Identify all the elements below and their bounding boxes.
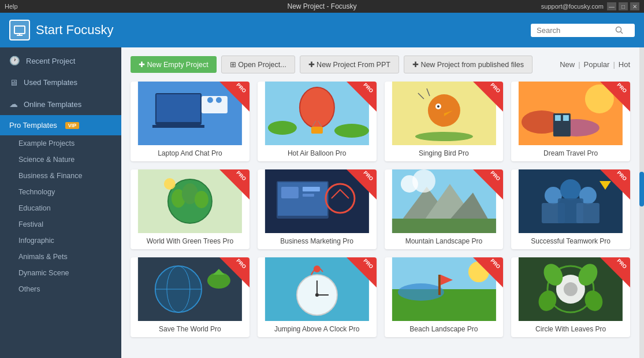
online-icon: ☁ <box>9 99 18 109</box>
sidebar-sub-technology[interactable]: Technology <box>0 184 121 200</box>
svg-point-23 <box>437 105 439 108</box>
pro-badge <box>347 257 377 287</box>
template-thumbnail <box>511 257 630 321</box>
template-card-9[interactable]: Save The World Pro <box>131 257 250 337</box>
new-from-published-button[interactable]: ✚ New Project from published files <box>404 56 533 73</box>
svg-point-10 <box>207 97 213 103</box>
template-card-5[interactable]: World With Green Trees Pro <box>131 169 250 249</box>
help-menu[interactable]: Help <box>5 3 18 10</box>
svg-rect-34 <box>563 115 569 121</box>
sidebar-sub-festival[interactable]: Festival <box>0 216 121 232</box>
sidebar-item-recent-project[interactable]: 🕐 Recent Project <box>0 50 121 72</box>
sidebar-label-used: Used Templates <box>24 78 77 87</box>
template-title: Jumping Above A Clock Pro <box>258 321 377 337</box>
sort-new[interactable]: New <box>560 60 575 69</box>
pro-badge <box>473 169 503 200</box>
scrollbar-track[interactable] <box>639 47 644 358</box>
sort-hot[interactable]: Hot <box>619 60 630 69</box>
svg-point-27 <box>415 132 472 141</box>
template-card-8[interactable]: Successful Teamwork Pro <box>511 169 630 249</box>
svg-rect-33 <box>555 115 561 121</box>
recent-icon: 🕐 <box>9 56 20 66</box>
svg-point-21 <box>427 94 460 127</box>
pro-badge <box>347 169 377 200</box>
template-thumbnail <box>385 82 504 145</box>
template-card-11[interactable]: Beach Landscape Pro <box>385 257 504 337</box>
new-empty-label: ✚ New Empty Project <box>139 60 209 69</box>
sidebar: 🕐 Recent Project 🖥 Used Templates ☁ Onli… <box>0 47 121 358</box>
template-card-2[interactable]: Hot Air Balloon Pro <box>258 82 377 161</box>
template-title: World With Green Trees Pro <box>131 233 250 249</box>
template-card-6[interactable]: Business Marketing Pro <box>258 169 377 249</box>
maximize-button[interactable]: □ <box>619 2 628 10</box>
title-bar-center: New Project - Focusky <box>287 2 356 10</box>
template-card-4[interactable]: Dream Travel Pro <box>511 82 630 161</box>
template-thumbnail <box>511 82 630 145</box>
logo-icon <box>9 20 30 40</box>
content-area: ✚ New Empty Project ⊞ Open Project... ✚ … <box>121 47 639 358</box>
sidebar-sub-animals[interactable]: Animals & Pets <box>0 249 121 265</box>
sidebar-sub-science[interactable]: Science & Nature <box>0 152 121 168</box>
template-title: Mountain Landscape Pro <box>385 233 504 249</box>
open-project-button[interactable]: ⊞ Open Project... <box>221 56 295 73</box>
search-icon <box>615 26 623 34</box>
new-empty-button[interactable]: ✚ New Empty Project <box>131 56 217 73</box>
template-thumbnail <box>385 257 504 321</box>
svg-point-41 <box>164 178 176 190</box>
logo-svg <box>13 24 26 36</box>
template-card-12[interactable]: Circle With Leaves Pro <box>511 257 630 337</box>
sidebar-sub-business[interactable]: Business & Finance <box>0 168 121 184</box>
sidebar-label-online: Online Templates <box>24 100 81 109</box>
window-title: New Project - Focusky <box>287 2 356 10</box>
pro-badge <box>219 82 250 112</box>
svg-rect-15 <box>311 127 323 134</box>
template-card-1[interactable]: Laptop And Chat Pro <box>131 82 250 161</box>
logo: Start Focusky <box>9 20 113 40</box>
svg-rect-62 <box>576 203 600 223</box>
sidebar-label-recent: Recent Project <box>26 57 75 65</box>
svg-point-77 <box>314 265 321 272</box>
template-title: Circle With Leaves Pro <box>511 321 630 337</box>
template-card-3[interactable]: Singing Bird Pro <box>385 82 504 161</box>
sidebar-item-online-templates[interactable]: ☁ Online Templates <box>0 93 121 115</box>
sidebar-sub-others[interactable]: Others <box>0 281 121 297</box>
search-input[interactable] <box>537 26 612 35</box>
pro-badge <box>600 257 630 287</box>
sidebar-sub-education[interactable]: Education <box>0 200 121 216</box>
window-controls: — □ ✕ <box>607 2 639 10</box>
close-button[interactable]: ✕ <box>630 2 639 10</box>
minimize-button[interactable]: — <box>607 2 616 10</box>
sort-popular[interactable]: Popular <box>584 60 610 69</box>
sidebar-sub-dynamic[interactable]: Dynamic Scene <box>0 265 121 281</box>
svg-point-19 <box>334 124 369 138</box>
svg-line-4 <box>621 32 623 34</box>
new-from-published-label: ✚ New Project from published files <box>412 60 524 69</box>
svg-point-55 <box>412 169 435 193</box>
sidebar-sub-example[interactable]: Example Projects <box>0 135 121 152</box>
template-card-7[interactable]: Mountain Landscape Pro <box>385 169 504 249</box>
template-card-10[interactable]: Jumping Above A Clock Pro <box>258 257 377 337</box>
template-title: Save The World Pro <box>131 321 250 337</box>
pro-badge <box>219 169 250 200</box>
title-bar-right: support@focusky.com — □ ✕ <box>541 2 639 10</box>
template-thumbnail <box>131 82 250 145</box>
search-box[interactable] <box>531 24 635 37</box>
sort-sep-2: | <box>613 60 615 69</box>
template-thumbnail <box>258 82 377 145</box>
svg-rect-82 <box>438 275 440 295</box>
sort-sep-1: | <box>578 60 580 69</box>
sidebar-label-pro: Pro Templates <box>9 121 57 130</box>
pro-badge <box>473 82 503 112</box>
svg-point-76 <box>315 293 319 297</box>
scrollbar-handle[interactable] <box>639 172 644 206</box>
sidebar-item-pro-templates[interactable]: Pro Templates VIP <box>0 115 121 135</box>
sidebar-item-used-templates[interactable]: 🖥 Used Templates <box>0 72 121 93</box>
svg-point-18 <box>268 121 297 135</box>
template-thumbnail <box>131 257 250 321</box>
title-bar-left: Help <box>5 3 18 10</box>
sidebar-sub-infographic[interactable]: Infographic <box>0 232 121 249</box>
template-thumbnail <box>258 169 377 233</box>
template-thumbnail <box>385 169 504 233</box>
svg-point-3 <box>616 27 621 32</box>
new-from-ppt-button[interactable]: ✚ New Project From PPT <box>300 56 399 73</box>
